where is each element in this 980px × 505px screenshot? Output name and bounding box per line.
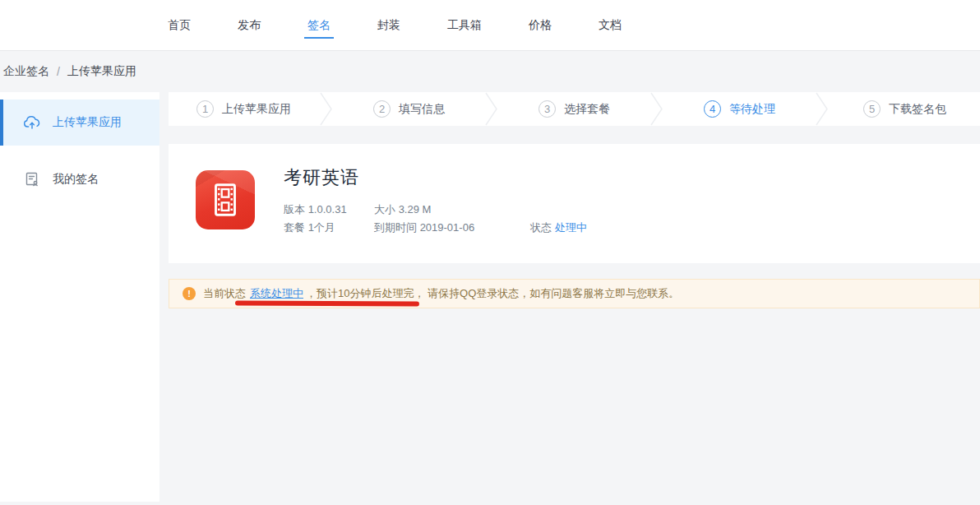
alert-text-prefix: 当前状态 [203,286,246,301]
breadcrumb-section[interactable]: 企业签名 [3,64,49,79]
breadcrumb-separator: / [57,65,60,78]
film-app-icon [196,170,255,229]
step-choose-plan: 3 选择套餐 [499,92,649,126]
app-title: 考研英语 [284,165,359,190]
app-status: 状态 处理中 [530,220,587,235]
step-label: 上传苹果应用 [222,102,291,117]
nav-item-toolbox[interactable]: 工具箱 [444,18,485,39]
step-wizard: 1 上传苹果应用 2 填写信息 3 选择套餐 4 等待处理 5 下载签名包 [169,92,980,126]
field-label: 版本 [284,203,305,215]
nav-item-docs[interactable]: 文档 [595,18,625,39]
step-number: 4 [704,100,721,118]
alert-text-rest: ，预计10分钟后处理完， 请保持QQ登录状态，如有问题客服将立即与您联系。 [306,286,679,301]
field-label: 状态 [530,221,552,234]
nav-item-publish[interactable]: 发布 [234,18,264,39]
field-value: 1个月 [308,221,335,234]
status-link[interactable]: 处理中 [555,221,587,234]
app-size: 大小 3.29 M [374,202,431,217]
signature-doc-icon [22,169,42,189]
step-number: 5 [863,100,881,118]
step-number: 3 [539,100,556,118]
nav-item-pricing[interactable]: 价格 [525,18,555,39]
app-expire-time: 到期时间 2019-01-06 [374,220,474,235]
app-version: 版本 1.0.0.31 [284,202,347,217]
step-upload-app: 1 上传苹果应用 [169,92,319,126]
sidebar-item-upload-app[interactable]: 上传苹果应用 [0,100,159,146]
step-chevron-icon [649,92,664,126]
warning-icon: ! [183,287,196,300]
field-value: 3.29 M [399,203,432,215]
step-label: 下载签名包 [889,102,946,117]
red-underline-annotation [235,301,419,307]
field-label: 套餐 [284,221,305,234]
step-label: 等待处理 [729,102,775,117]
active-indicator [0,100,3,146]
app-signing-console: 首页 发布 签名 封装 工具箱 价格 文档 企业签名 / 上传苹果应用 上传苹果… [0,0,980,505]
field-label: 到期时间 [374,221,417,234]
step-waiting-process: 4 等待处理 [664,92,815,126]
step-chevron-icon [815,92,830,126]
top-nav: 首页 发布 签名 封装 工具箱 价格 文档 [0,0,980,51]
field-value: 1.0.0.31 [308,203,347,215]
breadcrumb: 企业签名 / 上传苹果应用 [0,51,980,92]
step-number: 2 [373,100,391,118]
alert-status-link[interactable]: 系统处理中 [250,286,303,301]
field-value: 2019-01-06 [420,221,475,234]
sidebar: 上传苹果应用 我的签名 [0,92,159,502]
nav-item-home[interactable]: 首页 [164,18,194,39]
app-card: 考研英语 版本 1.0.0.31 大小 3.29 M 套餐 1个月 到期时间 2… [169,144,980,263]
step-chevron-icon [319,92,334,126]
step-label: 填写信息 [399,102,445,117]
field-label: 大小 [374,203,395,215]
sidebar-item-label: 我的签名 [53,172,99,187]
breadcrumb-current: 上传苹果应用 [67,64,136,79]
step-chevron-icon [484,92,499,126]
step-label: 选择套餐 [564,102,610,117]
step-download-package: 5 下载签名包 [830,92,980,126]
main-content: 1 上传苹果应用 2 填写信息 3 选择套餐 4 等待处理 5 下载签名包 [169,92,980,505]
cloud-upload-icon [22,113,42,132]
step-number: 1 [196,100,214,118]
sidebar-item-my-signatures[interactable]: 我的签名 [0,156,159,202]
app-plan: 套餐 1个月 [284,220,335,235]
status-alert: ! 当前状态 系统处理中 ，预计10分钟后处理完， 请保持QQ登录状态，如有问题… [169,279,980,308]
sidebar-item-label: 上传苹果应用 [53,115,122,130]
nav-item-package[interactable]: 封装 [374,18,404,39]
step-fill-info: 2 填写信息 [334,92,484,126]
nav-item-signature[interactable]: 签名 [304,18,334,39]
